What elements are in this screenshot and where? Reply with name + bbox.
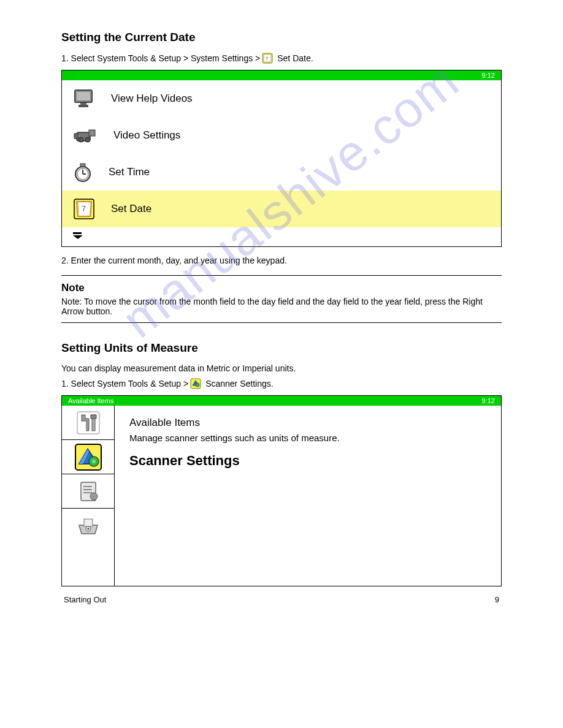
panel-head-left: Available Items	[68, 397, 113, 404]
svg-point-30	[90, 493, 98, 500]
step1-pre-text: 1. Select System Tools & Setup > System …	[61, 53, 260, 63]
step1-post-text: Scanner Settings.	[205, 379, 274, 389]
svg-point-9	[85, 137, 90, 142]
note-block: Note Note: To move the cursor from the m…	[61, 275, 502, 323]
scanner-settings-icon	[190, 378, 201, 389]
hammer-wrench-icon	[75, 410, 101, 436]
svg-point-25	[92, 460, 96, 463]
section2-step1: 1. Select System Tools & Setup > Scanner…	[61, 378, 502, 389]
print-icon	[75, 514, 101, 537]
note-head: Note	[61, 282, 502, 294]
svg-rect-31	[84, 519, 93, 526]
camcorder-icon	[73, 126, 98, 145]
content-desc: Manage scanner settings such as units of…	[129, 433, 486, 443]
svg-rect-10	[89, 130, 95, 136]
content-action: Scanner Settings	[129, 453, 486, 469]
svg-rect-16	[80, 164, 85, 167]
row-label: Set Date	[111, 203, 151, 215]
step1-pre-text: 1. Select System Tools & Setup >	[61, 379, 188, 389]
svg-text:7: 7	[82, 204, 86, 213]
panel-head-right: 9:12	[482, 397, 495, 404]
row-label: Set Time	[109, 166, 150, 178]
report-icon	[76, 479, 101, 504]
scanner-panel: Available Items 9:12 Available Items Man…	[61, 395, 502, 586]
sidebar-reports[interactable]	[62, 474, 114, 509]
sidebar-tools[interactable]	[62, 406, 114, 440]
footer-left: Starting Out	[64, 595, 106, 604]
section1-step2: 2. Enter the current month, day, and yea…	[61, 256, 502, 265]
scanner-settings-large-icon	[74, 443, 102, 471]
panel-header-2: Available Items 9:12	[62, 396, 501, 406]
svg-point-20	[196, 383, 199, 387]
svg-rect-11	[74, 134, 78, 138]
note-body: Note: To move the cursor from the month …	[61, 297, 502, 316]
calendar-icon: 7	[262, 53, 273, 64]
footer-right: 9	[495, 595, 499, 604]
row-label: Video Settings	[113, 129, 180, 142]
row-set-date[interactable]: 7 Set Date	[62, 191, 501, 227]
row-help-videos[interactable]: View Help Videos	[62, 80, 501, 117]
row-video-settings[interactable]: Video Settings	[62, 117, 501, 154]
content-title: Available Items	[129, 417, 486, 429]
sidebar-print[interactable]	[62, 509, 114, 543]
monitor-icon	[73, 88, 95, 109]
sidebar-scanner-settings[interactable]	[62, 440, 114, 474]
row-set-time[interactable]: Set Time	[62, 154, 501, 191]
step1-post-text: Set Date.	[277, 53, 313, 63]
section1-step1: 1. Select System Tools & Setup > System …	[61, 53, 502, 64]
svg-rect-5	[80, 103, 86, 105]
panel-content: Available Items Manage scanner settings …	[115, 406, 501, 586]
settings-panel: 9:12 View Help Videos Video Settings Set…	[61, 70, 502, 247]
scroll-down-indicator	[62, 227, 77, 246]
section2-title: Setting Units of Measure	[61, 341, 502, 355]
sidebar	[62, 406, 115, 586]
svg-rect-6	[79, 105, 88, 107]
svg-text:7: 7	[266, 56, 269, 61]
clock-icon	[73, 162, 93, 183]
page-footer: Starting Out 9	[61, 595, 502, 604]
calendar-large-icon: 7	[73, 198, 95, 220]
section2-intro: You can display measurement data in Metr…	[61, 363, 502, 373]
row-label: View Help Videos	[111, 93, 193, 105]
panel-time: 9:12	[482, 72, 495, 79]
svg-rect-4	[77, 92, 90, 100]
section1-title: Setting the Current Date	[61, 31, 502, 44]
panel-header: 9:12	[62, 70, 501, 80]
svg-point-8	[79, 137, 83, 142]
